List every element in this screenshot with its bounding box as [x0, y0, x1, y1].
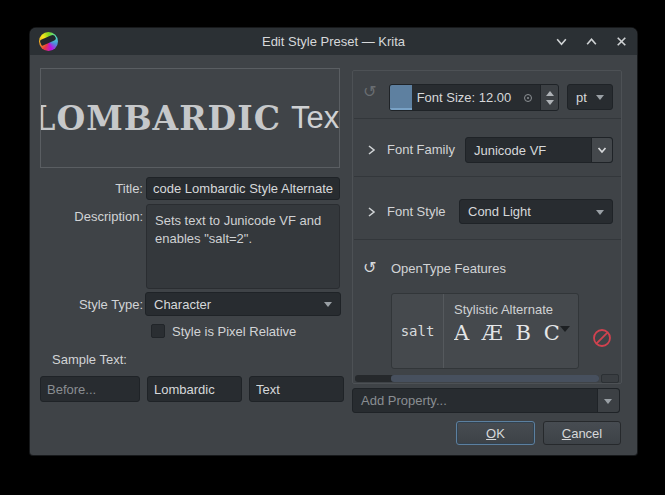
- chevron-down-icon: [555, 35, 568, 48]
- feature-dropdown-arrow-icon: [560, 326, 570, 332]
- dropdown-arrow-icon: [324, 302, 332, 307]
- horizontal-scrollbar-handle[interactable]: [391, 375, 599, 382]
- cancel-button-label: Cancel: [562, 426, 602, 441]
- style-type-value: Character: [154, 297, 211, 312]
- opentype-features-label: OpenType Features: [391, 261, 506, 276]
- style-properties-panel: ↺ Font Size: 12.00 pt Font Family Junico…: [352, 70, 622, 384]
- add-property-dropdown[interactable]: Add Property...: [352, 388, 620, 413]
- chevron-up-icon: [585, 35, 598, 48]
- step-up-icon: [546, 91, 554, 96]
- feature-name: Stylistic Alternate: [454, 302, 570, 317]
- pixel-relative-label: Style is Pixel Relative: [172, 324, 296, 339]
- horizontal-scrollbar-track[interactable]: [355, 375, 599, 382]
- font-family-combobox[interactable]: Junicode VF: [465, 137, 613, 163]
- font-size-spinbox[interactable]: Font Size: 12.00: [389, 84, 559, 111]
- maximize-button[interactable]: [583, 34, 599, 50]
- preview-lombardic-text: LOMBARDIC: [40, 99, 281, 138]
- minimize-button[interactable]: [553, 34, 569, 50]
- undo-icon[interactable]: ↺: [363, 260, 376, 276]
- divider: [354, 239, 622, 240]
- title-input[interactable]: [146, 177, 340, 200]
- dropdown-arrow-icon: [604, 399, 612, 404]
- undo-icon[interactable]: ↺: [363, 84, 376, 100]
- window-title: Edit Style Preset — Krita: [30, 28, 637, 55]
- sample-after-input[interactable]: [249, 376, 344, 402]
- description-textarea[interactable]: Sets text to Junicode VF and enables "sa…: [146, 204, 340, 289]
- expander-chevron-icon[interactable]: [365, 144, 377, 156]
- style-type-label: Style Type:: [40, 297, 143, 312]
- step-down-icon: [546, 100, 554, 105]
- close-icon: [615, 35, 628, 48]
- font-size-unit-value: pt: [576, 90, 587, 105]
- pixel-relative-checkbox[interactable]: [151, 324, 165, 338]
- chevron-down-icon: [596, 144, 608, 156]
- soft-range-icon: [524, 94, 532, 102]
- cancel-button[interactable]: Cancel: [543, 421, 621, 445]
- titlebar[interactable]: Edit Style Preset — Krita: [30, 28, 637, 55]
- scrollbar-corner: [601, 374, 619, 383]
- font-family-value: Junicode VF: [474, 143, 546, 158]
- title-label: Title:: [40, 181, 143, 196]
- style-type-dropdown[interactable]: Character: [145, 292, 341, 316]
- font-style-dropdown[interactable]: Cond Light: [459, 199, 613, 224]
- ok-button[interactable]: OK: [456, 421, 535, 445]
- font-style-value: Cond Light: [468, 204, 531, 219]
- expander-chevron-icon[interactable]: [365, 206, 377, 218]
- close-button[interactable]: [613, 34, 629, 50]
- opentype-feature-salt[interactable]: salt Stylistic Alternate A Æ B C D: [391, 293, 579, 369]
- feature-glyph-sample: A Æ B C D: [454, 321, 566, 345]
- add-property-dropdown-button[interactable]: [597, 389, 619, 412]
- sample-before-input[interactable]: [40, 376, 140, 402]
- edit-style-preset-dialog: Edit Style Preset — Krita LOMBARDIC Text…: [30, 28, 637, 455]
- preview-plain-text: Text: [291, 100, 340, 136]
- dropdown-arrow-icon: [596, 95, 604, 100]
- font-size-value: Font Size: 12.00: [390, 85, 538, 110]
- description-label: Description:: [40, 209, 143, 224]
- font-size-stepper[interactable]: [540, 85, 558, 110]
- font-family-label: Font Family: [387, 142, 455, 157]
- divider: [354, 118, 622, 119]
- remove-feature-prohibit-icon[interactable]: [592, 328, 612, 348]
- divider: [354, 176, 622, 177]
- style-preview: LOMBARDIC Text: [40, 68, 340, 168]
- dropdown-arrow-icon: [596, 210, 604, 215]
- ok-button-label: OK: [486, 426, 505, 441]
- sample-text-label: Sample Text:: [52, 352, 127, 367]
- sample-middle-input[interactable]: [147, 376, 242, 402]
- add-property-placeholder: Add Property...: [361, 393, 447, 408]
- font-style-label: Font Style: [387, 204, 446, 219]
- font-family-dropdown-button[interactable]: [591, 138, 612, 162]
- font-size-unit-dropdown[interactable]: pt: [567, 84, 613, 110]
- feature-tag: salt: [392, 294, 444, 368]
